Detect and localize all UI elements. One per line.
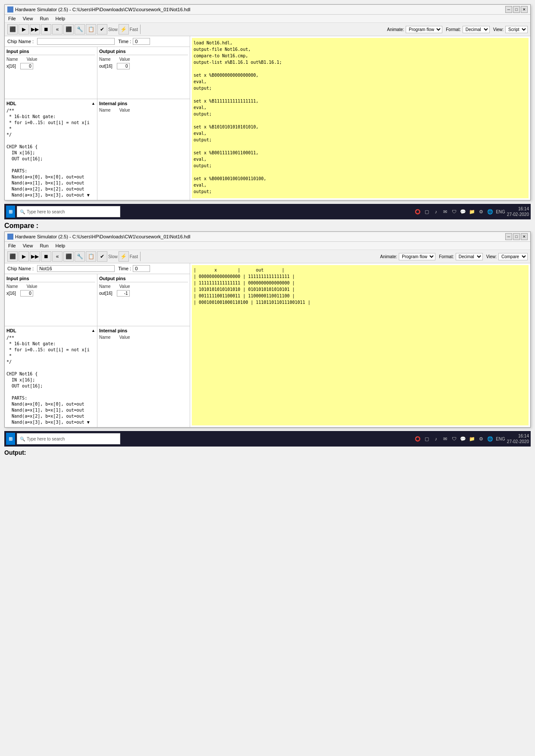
search-placeholder-2: Type here to search (27, 437, 65, 441)
chip-name-label-2: Chip Name : (7, 266, 34, 271)
input-pins-header-1: Input pins (6, 49, 95, 55)
toolbar-btn-1[interactable]: ⬛ (7, 24, 18, 34)
menu-run-1[interactable]: Run (39, 16, 49, 22)
window-controls-1: ─ □ ✕ (505, 6, 528, 13)
taskbar-icon-shield-1[interactable]: 🛡 (450, 208, 458, 216)
toolbar-btn-8[interactable]: 📋 (86, 24, 96, 34)
taskbar2-icon-chat[interactable]: 💬 (459, 435, 467, 443)
animate-select-2[interactable]: Program flow (399, 253, 435, 260)
internal-pins-label-1: Internal pins (99, 101, 127, 106)
time-input-1[interactable] (133, 38, 150, 45)
output-pins-cols-2: Name Value (99, 284, 188, 289)
view-select-2[interactable]: Compare (498, 253, 528, 260)
toolbar-btn-5[interactable]: « (52, 24, 63, 34)
toolbar-btn-6[interactable]: ⬛ (63, 24, 74, 34)
taskbar-icon-chat-1[interactable]: 💬 (459, 208, 467, 216)
taskbar2-icon-square[interactable]: ▢ (423, 435, 431, 443)
toolbar-btn-3[interactable]: ▶▶ (30, 24, 40, 34)
toolbar-btn-10[interactable]: ⚡ (119, 24, 129, 34)
toolbar2-btn-4[interactable]: ⏹ (41, 251, 51, 262)
taskbar2-icon-music[interactable]: ♪ (432, 435, 440, 443)
hdl-scroll-btn-2[interactable]: ▲ (91, 328, 95, 333)
internal-pins-label-2: Internal pins (99, 328, 127, 333)
search-box-2[interactable]: 🔍 Type here to search (17, 433, 120, 444)
toolbar2-btn-8[interactable]: 📋 (86, 251, 96, 262)
menu-run-2[interactable]: Run (39, 243, 49, 249)
taskbar2-icon-globe[interactable]: 🌐 (486, 435, 494, 443)
taskbar-clock-2: 16:14 27-02-2020 (507, 433, 529, 444)
toolbar-btn-4[interactable]: ⏹ (41, 24, 51, 34)
menu-help-2[interactable]: Help (55, 243, 66, 249)
hdl-scroll-btn-1[interactable]: ▲ (91, 101, 95, 106)
chip-name-input-2[interactable] (37, 265, 115, 272)
toolbar2-btn-7[interactable]: 🔧 (75, 251, 85, 262)
menu-view-1[interactable]: View (22, 16, 34, 22)
search-icon-2: 🔍 (20, 437, 25, 441)
format-select-2[interactable]: Decimal (456, 253, 483, 260)
output-pin-value-2[interactable] (117, 290, 130, 297)
maximize-btn-2[interactable]: □ (513, 233, 520, 240)
taskbar-icon-globe-1[interactable]: 🌐 (486, 208, 494, 216)
toolbar2-btn-5[interactable]: « (52, 251, 63, 262)
input-col-name-2: Name (6, 284, 18, 289)
input-pin-value-1[interactable] (20, 63, 33, 69)
output-pins-1: Output pins Name Value out[16] (97, 47, 190, 99)
animate-section-2: Animate: Program flow (380, 253, 435, 260)
input-pin-value-2[interactable] (20, 290, 33, 297)
taskbar-icons-1: ⭕ ▢ ♪ ✉ 🛡 💬 📁 ⚙ 🌐 (414, 208, 494, 216)
hdl-header-2: HDL ▲ (6, 328, 95, 333)
taskbar2-icon-circle[interactable]: ⭕ (414, 435, 422, 443)
toolbar2-btn-1[interactable]: ⬛ (7, 251, 18, 262)
taskbar-icon-folder-1[interactable]: 📁 (468, 208, 476, 216)
taskbar-icon-music-1[interactable]: ♪ (432, 208, 440, 216)
taskbar2-icon-folder[interactable]: 📁 (468, 435, 476, 443)
view-select-1[interactable]: Script (505, 26, 528, 33)
start-btn-1[interactable]: ⊞ (6, 206, 15, 218)
menu-file-2[interactable]: File (7, 243, 17, 249)
toolbar-right-1: Animate: Program flow Format: Decimal Vi… (387, 26, 528, 33)
input-col-value-2: Value (27, 284, 38, 289)
minimize-btn-1[interactable]: ─ (505, 6, 512, 13)
main-content-2: Chip Name : Time : Input pins Name Value (5, 263, 530, 427)
taskbar-icon-square-1[interactable]: ▢ (423, 208, 431, 216)
taskbar-icon-circle-1[interactable]: ⭕ (414, 208, 422, 216)
taskbar-icons-2: ⭕ ▢ ♪ ✉ 🛡 💬 📁 ⚙ 🌐 (414, 435, 494, 443)
toolbar-btn-7[interactable]: 🔧 (75, 24, 85, 34)
output-pin-value-1[interactable] (117, 63, 130, 69)
search-box-1[interactable]: 🔍 Type here to search (17, 206, 120, 217)
start-btn-2[interactable]: ⊞ (6, 433, 15, 445)
toolbar-btn-2[interactable]: ▶ (19, 24, 29, 34)
hdl-code-1: /** * 16-bit Not gate: * for i=0..15: ou… (6, 108, 95, 198)
view-label-1: View: (493, 27, 504, 32)
menu-help-1[interactable]: Help (55, 16, 66, 22)
taskbar-clock-1: 16:14 27-02-2020 (507, 206, 529, 217)
taskbar-icon-gear-1[interactable]: ⚙ (477, 208, 485, 216)
taskbar2-icon-gear[interactable]: ⚙ (477, 435, 485, 443)
animate-select-1[interactable]: Program flow (406, 26, 442, 33)
taskbar2-icon-shield[interactable]: 🛡 (450, 435, 458, 443)
toolbar2-btn-6[interactable]: ⬛ (63, 251, 74, 262)
chip-name-input-1[interactable] (37, 38, 115, 45)
format-select-1[interactable]: Decimal (463, 26, 490, 33)
minimize-btn-2[interactable]: ─ (505, 233, 512, 240)
output-pins-cols-1: Name Value (99, 57, 188, 62)
toolbar-btn-9[interactable]: ✔ (97, 24, 107, 34)
menu-file-1[interactable]: File (7, 16, 17, 22)
chip-name-label-1: Chip Name : (7, 39, 34, 44)
close-btn-2[interactable]: ✕ (521, 233, 528, 240)
time-label-1: Time : (118, 39, 131, 44)
toolbar2-btn-10[interactable]: ⚡ (119, 251, 129, 262)
time-input-2[interactable] (133, 265, 150, 272)
output-pin-name-2: out[16] (99, 291, 113, 296)
maximize-btn-1[interactable]: □ (513, 6, 520, 13)
hdl-code-2: /** * 16-bit Not gate: * for i=0..15: ou… (6, 335, 95, 425)
toolbar2-btn-2[interactable]: ▶ (19, 251, 29, 262)
output-pin-name-1: out[16] (99, 64, 113, 69)
menu-view-2[interactable]: View (22, 243, 34, 249)
toolbar2-btn-3[interactable]: ▶▶ (30, 251, 40, 262)
toolbar2-btn-9[interactable]: ✔ (97, 251, 107, 262)
close-btn-1[interactable]: ✕ (521, 6, 528, 13)
taskbar2-icon-mail[interactable]: ✉ (441, 435, 449, 443)
chip-name-row-2: Chip Name : Time : (5, 263, 190, 274)
taskbar-icon-mail-1[interactable]: ✉ (441, 208, 449, 216)
